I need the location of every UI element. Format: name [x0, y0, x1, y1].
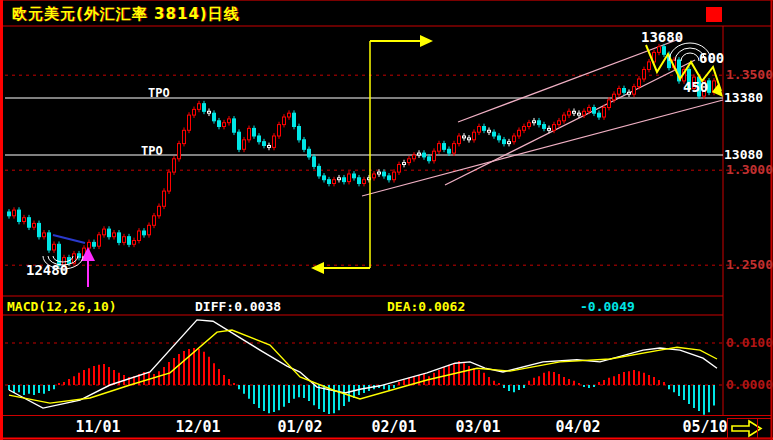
- y-axis-label: 13080: [724, 148, 763, 161]
- chart-canvas[interactable]: [0, 0, 773, 440]
- x-axis-label: 02/01: [371, 420, 416, 435]
- macd-value-label: -0.0049: [580, 299, 635, 314]
- annotation-600: 600: [699, 51, 724, 65]
- annotation-tpo: TPO: [141, 145, 163, 157]
- diff-line-layer: [9, 320, 717, 408]
- y-axis-label: 13380: [724, 91, 763, 104]
- chart-title: 欧元美元(外汇汇率 3814)日线: [12, 5, 240, 24]
- x-axis-label: 01/02: [277, 420, 322, 435]
- x-axis-label: 05/10: [682, 420, 727, 435]
- trend-lines: [53, 38, 723, 243]
- macd-dea-label: DEA:0.0062: [387, 299, 465, 314]
- arrow-right-icon: [728, 419, 771, 438]
- diff-line: [9, 320, 717, 408]
- y-axis-label: 1.3000: [726, 163, 773, 176]
- annotation-450: 450: [683, 80, 708, 94]
- x-axis-label: 04/02: [555, 420, 600, 435]
- x-axis-label: 12/01: [175, 420, 220, 435]
- annotation-12480: 12480: [26, 263, 68, 277]
- button-divider: [757, 419, 758, 438]
- macd-diff-label: DIFF:0.0038: [195, 299, 281, 314]
- macd-params-label: MACD(12,26,10): [7, 299, 117, 314]
- y-axis-label: 1.3500: [726, 68, 773, 81]
- x-axis-label: 03/01: [455, 420, 500, 435]
- macd-histogram: [9, 348, 714, 415]
- macd-scale-label: 0.0100: [726, 336, 773, 349]
- macd-scale-label: 0.0000: [726, 378, 773, 391]
- trading-app-window: 欧元美元(外汇汇率 3814)日线 MACD(12,26,10) DIFF:0.…: [0, 0, 773, 440]
- x-axis-label: 11/01: [75, 420, 120, 435]
- alert-square: [706, 7, 722, 22]
- annotation-13680: 13680: [641, 30, 683, 44]
- candles-layer: [8, 44, 716, 268]
- annotation-tpo: TPO: [148, 87, 170, 99]
- scroll-right-button[interactable]: [727, 418, 772, 439]
- frame-borders: [0, 0, 773, 440]
- y-axis-label: 1.2500: [726, 258, 773, 271]
